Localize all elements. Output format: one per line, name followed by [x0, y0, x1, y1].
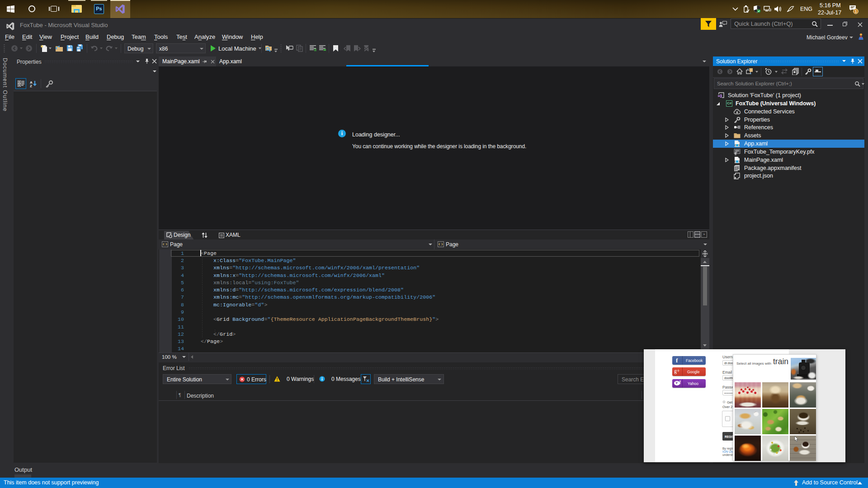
- svg-text:Z: Z: [30, 84, 32, 87]
